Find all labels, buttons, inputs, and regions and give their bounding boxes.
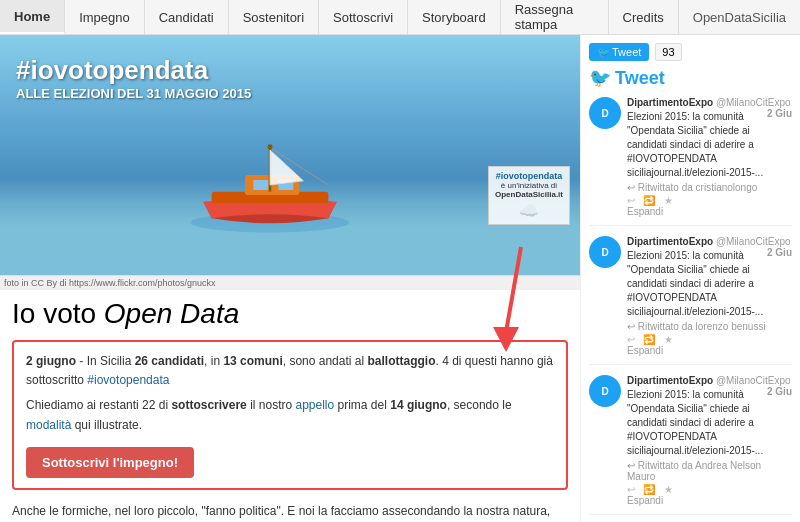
hero-image: #iovotopendata ALLE ELEZIONI DEL 31 MAGG… — [0, 35, 580, 275]
svg-marker-9 — [493, 327, 519, 352]
highlight-link-appello[interactable]: appello — [295, 398, 334, 412]
tweet-username: DipartimentoExpo @MilanoCitExpo 2 Giu — [627, 375, 792, 386]
nav-sottoscrivi[interactable]: Sottoscrivi — [319, 0, 408, 34]
watermark-line3: OpenDataSicilia.it — [495, 190, 563, 199]
tweet-date: 2 Giu — [767, 247, 792, 258]
highlight-box: 2 giugno - In Sicilia 26 candidati, in 1… — [12, 340, 568, 490]
navigation: Home Impegno Candidati Sostenitori Sotto… — [0, 0, 800, 35]
tweet-retweet: ↩ Ritwittato da cristianolongo — [627, 182, 792, 193]
hero-subtitle: ALLE ELEZIONI DEL 31 MAGGIO 2015 — [16, 86, 251, 101]
watermark-line2: è un'iniziativa di — [495, 181, 563, 190]
tweet-body: DipartimentoExpo @MilanoCitExpo 2 Giu El… — [627, 236, 792, 356]
tweet-retweet: ↩ Ritwittato da Andrea Nelson Mauro — [627, 460, 792, 482]
nav-storyboard[interactable]: Storyboard — [408, 0, 501, 34]
highlight-hashtag[interactable]: #iovotopendata — [87, 373, 169, 387]
tweet-username: DipartimentoExpo @MilanoCitExpo 2 Giu — [627, 97, 792, 108]
hero-boat — [170, 135, 370, 235]
tweet-handle: @MilanoCitExpo — [716, 375, 791, 386]
tweet-expand[interactable]: Espandi — [627, 345, 792, 356]
page-title: Io voto Open Data — [12, 298, 568, 330]
tweet-text: Elezioni 2015: la comunità "Opendata Sic… — [627, 388, 792, 458]
highlight-candidati: 26 candidati — [135, 354, 204, 368]
tweet-actions[interactable]: ↩ 🔁 ★ — [627, 484, 792, 495]
sidebar: 🐦 Tweet 93 🐦 Tweet D DipartimentoExpo @M… — [580, 35, 800, 522]
hero-watermark: #iovotopendata è un'iniziativa di OpenDa… — [488, 166, 570, 225]
tweet-date: 2 Giu — [767, 386, 792, 397]
tweet-button[interactable]: 🐦 Tweet — [589, 43, 649, 61]
tweet-username: DipartimentoExpo @MilanoCitExpo 2 Giu — [627, 236, 792, 247]
tweet-avatar: D — [589, 97, 621, 129]
page-title-italic: Open Data — [104, 298, 239, 329]
svg-rect-3 — [253, 180, 268, 190]
tweet-body: DipartimentoExpo @MilanoCitExpo 2 Giu El… — [627, 375, 792, 506]
tweet-actions[interactable]: ↩ 🔁 ★ — [627, 334, 792, 345]
tweet-list: D DipartimentoExpo @MilanoCitExpo 2 Giu … — [589, 97, 792, 522]
hero-title: #iovotopendata — [16, 55, 251, 86]
footer-text: Anche le formiche, nel loro piccolo, "fa… — [12, 502, 568, 522]
page-container: #iovotopendata ALLE ELEZIONI DEL 31 MAGG… — [0, 35, 800, 522]
nav-sostenitori[interactable]: Sostenitori — [229, 0, 319, 34]
nav-home[interactable]: Home — [0, 0, 65, 34]
tweet-item: D DipartimentoExpo @MilanoCitExpo 2 Giu … — [589, 236, 792, 365]
tweet-handle: @MilanoCitExpo — [716, 236, 791, 247]
tweet-text: Elezioni 2015: la comunità "Opendata Sic… — [627, 249, 792, 319]
nav-credits[interactable]: Credits — [609, 0, 679, 34]
twitter-bird-icon: 🐦 — [589, 67, 611, 89]
tweet-header: 🐦 Tweet 93 — [589, 43, 792, 61]
tweet-expand[interactable]: Espandi — [627, 206, 792, 217]
highlight-link-modalita[interactable]: modalità — [26, 418, 71, 432]
highlight-ballottaggio: ballottaggio — [367, 354, 435, 368]
tweet-actions[interactable]: ↩ 🔁 ★ — [627, 195, 792, 206]
tweet-avatar: D — [589, 236, 621, 268]
hero-text: #iovotopendata ALLE ELEZIONI DEL 31 MAGG… — [16, 55, 251, 101]
tweet-item: D DipartimentoExpo @MilanoCitExpo 2 Giu … — [589, 375, 792, 515]
tweet-handle: @MilanoCitExpo — [716, 97, 791, 108]
nav-candidati[interactable]: Candidati — [145, 0, 229, 34]
main-body: Io voto Open Data 2 giugno - In Sicilia … — [0, 290, 580, 522]
highlight-comuni: 13 comuni — [223, 354, 282, 368]
twitter-bird-small: 🐦 — [597, 47, 609, 58]
tweet-item: D DipartimentoExpo @MilanoCitExpo 2 Giu … — [589, 97, 792, 226]
highlight-date: 2 giugno — [26, 354, 76, 368]
sidebar-title: 🐦 Tweet — [589, 67, 792, 89]
tweet-expand[interactable]: Espandi — [627, 495, 792, 506]
tweet-avatar: D — [589, 375, 621, 407]
nav-rassegna[interactable]: Rassegna stampa — [501, 0, 609, 34]
subscribe-button[interactable]: Sottoscrivi l'impegno! — [26, 447, 194, 478]
nav-impegno[interactable]: Impegno — [65, 0, 145, 34]
tweet-retweet: ↩ Ritwittato da lorenzo benussi — [627, 321, 792, 332]
tweet-count: 93 — [655, 43, 681, 61]
svg-point-7 — [268, 144, 273, 149]
highlight-paragraph-1: 2 giugno - In Sicilia 26 candidati, in 1… — [26, 352, 554, 390]
tweet-body: DipartimentoExpo @MilanoCitExpo 2 Giu El… — [627, 97, 792, 217]
watermark-line1: #iovotopendata — [495, 171, 563, 181]
main-content: #iovotopendata ALLE ELEZIONI DEL 31 MAGG… — [0, 35, 580, 522]
highlight-paragraph-2: Chiediamo ai restanti 22 di sottoscriver… — [26, 396, 554, 434]
page-title-prefix: Io voto — [12, 298, 104, 329]
site-brand: OpenDataSicilia — [679, 0, 800, 34]
tweet-text: Elezioni 2015: la comunità "Opendata Sic… — [627, 110, 792, 180]
tweet-date: 2 Giu — [767, 108, 792, 119]
hero-caption: foto in CC By di https://www.flickr.com/… — [0, 275, 580, 290]
